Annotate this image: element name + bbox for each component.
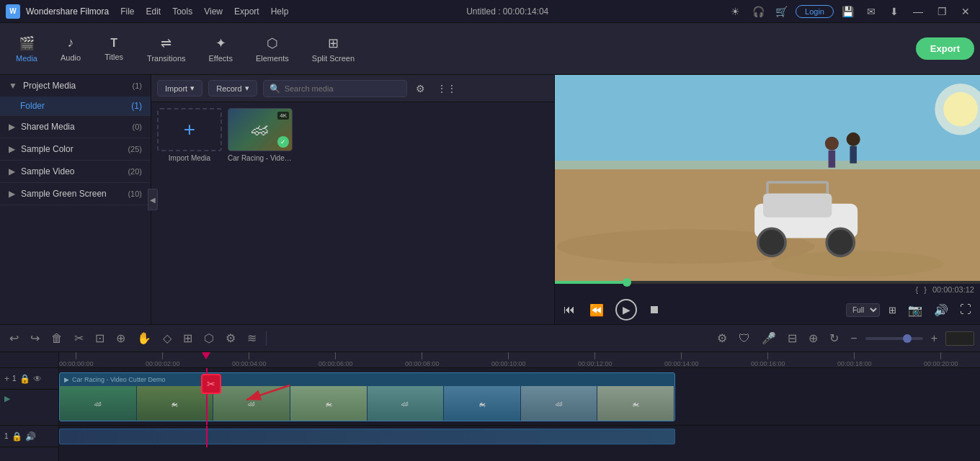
- track-add-icon[interactable]: +: [4, 374, 9, 384]
- mail-icon[interactable]: ✉: [863, 3, 880, 20]
- sidebar-collapse-button[interactable]: ◀: [148, 189, 158, 210]
- import-media-item[interactable]: + Import Media: [157, 108, 222, 162]
- fullscreen-icon[interactable]: ⛶: [957, 300, 974, 319]
- svg-point-8: [827, 228, 854, 256]
- titlebar: W Wondershare Filmora File Edit Tools Vi…: [0, 0, 980, 23]
- sidebar-section-project-media: ▼ Project Media (1) Folder (1): [0, 75, 151, 116]
- stop-button[interactable]: ⏹: [646, 300, 663, 319]
- car-racing-item[interactable]: 🏎 4K ✓ Car Racing - Video Cutt...: [228, 108, 293, 162]
- snapshot-icon[interactable]: 📷: [905, 300, 925, 320]
- ruler-mark-8: 00:00:08:00: [405, 352, 440, 367]
- cart-icon[interactable]: 🛒: [772, 3, 790, 20]
- import-button[interactable]: Import ▾: [157, 80, 202, 97]
- zoom-to-fit[interactable]: ⊕: [112, 328, 129, 348]
- clip-header: ▶ Car Racing - Video Cutter Demo: [60, 373, 674, 386]
- tab-audio[interactable]: ♪ Audio: [50, 31, 91, 66]
- screen-icon[interactable]: ⊞: [886, 302, 899, 318]
- track-lock-icon[interactable]: 🔒: [19, 374, 30, 384]
- media-grid: + Import Media 🏎 4K ✓ Car Racing - Video…: [151, 102, 554, 324]
- minus-zoom[interactable]: −: [847, 329, 860, 348]
- zoom-thumb[interactable]: [903, 334, 912, 343]
- pan-button[interactable]: ✋: [133, 328, 155, 348]
- login-button[interactable]: Login: [796, 5, 834, 18]
- clip-thumb-1: 🏎: [60, 386, 137, 421]
- tab-titles[interactable]: T Titles: [94, 32, 134, 66]
- track-a1-lock[interactable]: 🔒: [12, 431, 22, 442]
- search-box[interactable]: 🔍: [263, 80, 407, 97]
- menu-file[interactable]: File: [120, 6, 134, 17]
- adjust-btn[interactable]: ⚙: [222, 328, 239, 348]
- grid-snap[interactable]: ⊞: [179, 328, 196, 348]
- sidebar-header-sample-video[interactable]: ▶ Sample Video (20): [0, 161, 151, 182]
- track-eye-icon[interactable]: 👁: [33, 374, 42, 384]
- undo-button[interactable]: ↩: [6, 328, 22, 348]
- sidebar-header-project-media[interactable]: ▼ Project Media (1): [0, 75, 151, 97]
- close-button[interactable]: ✕: [957, 6, 974, 17]
- frame-back-button[interactable]: ⏪: [587, 300, 607, 320]
- preview-video: [555, 75, 980, 281]
- sidebar-item-folder[interactable]: Folder (1): [0, 97, 151, 115]
- svg-line-19: [246, 385, 290, 400]
- headphone-icon[interactable]: 🎧: [749, 3, 767, 20]
- zoom-track[interactable]: [865, 337, 923, 340]
- titles-label: Titles: [104, 53, 123, 61]
- preview-progress-bar-container[interactable]: [555, 281, 980, 284]
- ripple-btn[interactable]: ≋: [244, 328, 260, 348]
- menu-help[interactable]: Help: [271, 6, 289, 17]
- preview-curly-start: {: [916, 285, 919, 294]
- sidebar: ▼ Project Media (1) Folder (1) ▶ Shared …: [0, 75, 151, 324]
- cut-button[interactable]: ✂: [71, 328, 87, 348]
- shield-icon[interactable]: 🛡: [735, 329, 754, 348]
- tab-elements[interactable]: ⬡ Elements: [246, 31, 299, 67]
- mic-icon[interactable]: 🎤: [758, 328, 780, 348]
- menu-view[interactable]: View: [204, 6, 223, 17]
- copy-icon[interactable]: ⊕: [805, 328, 821, 348]
- splitscreen-icon: ⊞: [328, 35, 339, 51]
- volume-icon[interactable]: 🔊: [931, 300, 951, 320]
- search-input[interactable]: [285, 84, 401, 93]
- filter-icon[interactable]: ⚙: [413, 80, 428, 97]
- export-button[interactable]: Export: [916, 37, 974, 60]
- tab-transitions[interactable]: ⇌ Transitions: [137, 31, 195, 67]
- tab-splitscreen[interactable]: ⊞ Split Screen: [302, 31, 365, 67]
- sidebar-section-sample-green: ▶ Sample Green Screen (10): [0, 183, 151, 205]
- tab-media[interactable]: 🎬 Media: [6, 31, 48, 67]
- loop-icon[interactable]: ↻: [826, 328, 842, 348]
- timeline-right-tools: ⚙ 🛡 🎤 ⊟ ⊕ ↻ − +: [713, 328, 974, 348]
- layout-icon[interactable]: ⊟: [784, 328, 801, 348]
- sidebar-header-sample-green[interactable]: ▶ Sample Green Screen (10): [0, 183, 151, 205]
- timeline-end-bar: [945, 331, 974, 346]
- grid-icon[interactable]: ⋮⋮: [434, 80, 460, 97]
- menu-edit[interactable]: Edit: [146, 6, 161, 17]
- setting-icon[interactable]: ⚙: [713, 328, 731, 348]
- quality-select[interactable]: Full 1/2 1/4: [846, 303, 880, 317]
- save-icon[interactable]: 💾: [839, 3, 857, 20]
- menu-export[interactable]: Export: [234, 6, 259, 17]
- preview-right-controls: Full 1/2 1/4 ⊞ 📷 🔊 ⛶: [846, 300, 974, 320]
- app-name: Wondershare Filmora: [26, 6, 109, 17]
- crop-button[interactable]: ⊡: [92, 328, 108, 348]
- import-dropdown-icon: ▾: [190, 84, 195, 93]
- delete-button[interactable]: 🗑: [48, 329, 66, 348]
- audio-clip[interactable]: [59, 429, 675, 444]
- record-button[interactable]: Record ▾: [208, 80, 257, 97]
- marker-button[interactable]: ◇: [159, 328, 175, 348]
- ruler-mark-6: 00:00:06:00: [318, 352, 353, 367]
- sidebar-header-sample-color[interactable]: ▶ Sample Color (25): [0, 138, 151, 160]
- redo-button[interactable]: ↪: [27, 328, 43, 348]
- menu-tools[interactable]: Tools: [172, 6, 192, 17]
- ruler-mark-2: 00:00:02:00: [146, 352, 180, 367]
- sidebar-header-shared-media[interactable]: ▶ Shared Media (0): [0, 116, 151, 138]
- track-a1-vol[interactable]: 🔊: [25, 431, 36, 442]
- sun-icon[interactable]: ☀: [726, 3, 744, 20]
- color-match[interactable]: ⬡: [200, 328, 218, 348]
- minimize-button[interactable]: —: [909, 6, 927, 17]
- play-button[interactable]: ▶: [615, 299, 637, 321]
- preview-scene: [555, 75, 980, 281]
- download-icon[interactable]: ⬇: [886, 3, 903, 20]
- plus-zoom[interactable]: +: [927, 329, 941, 348]
- skip-back-button[interactable]: ⏮: [561, 300, 578, 319]
- maximize-button[interactable]: ❐: [933, 6, 951, 17]
- video-clip-car-racing[interactable]: ▶ Car Racing - Video Cutter Demo 🏎 🏍 🏎 🏍…: [59, 372, 675, 421]
- tab-effects[interactable]: ✦ Effects: [199, 31, 243, 67]
